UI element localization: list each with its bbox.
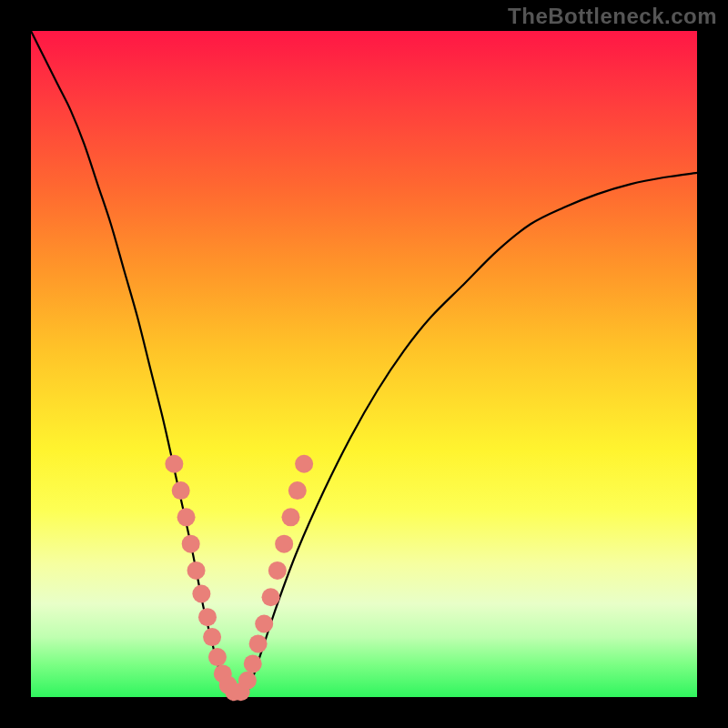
highlight-dot	[165, 455, 183, 473]
highlight-dot	[288, 481, 307, 500]
highlight-dot	[203, 628, 221, 646]
highlight-dot	[172, 481, 190, 500]
highlight-dot	[295, 455, 313, 473]
highlight-dots-group	[165, 455, 313, 701]
highlight-dot	[238, 672, 257, 690]
highlight-dot	[192, 585, 210, 603]
highlight-dot	[244, 654, 262, 672]
watermark-text: TheBottleneck.com	[508, 4, 717, 29]
highlight-dot	[262, 588, 280, 606]
highlight-dot	[275, 535, 293, 553]
highlight-dot	[177, 508, 196, 526]
highlight-dot	[268, 561, 287, 580]
plot-area	[31, 31, 697, 697]
highlight-dot	[198, 608, 217, 626]
highlight-dot	[255, 614, 273, 632]
curve-svg	[31, 31, 697, 697]
bottleneck-curve	[31, 31, 697, 698]
highlight-dot	[182, 535, 200, 553]
highlight-dot	[187, 561, 206, 580]
highlight-dot	[281, 508, 299, 526]
highlight-dot	[249, 634, 268, 652]
highlight-dot	[208, 648, 227, 666]
chart-frame: TheBottleneck.com	[0, 0, 728, 728]
